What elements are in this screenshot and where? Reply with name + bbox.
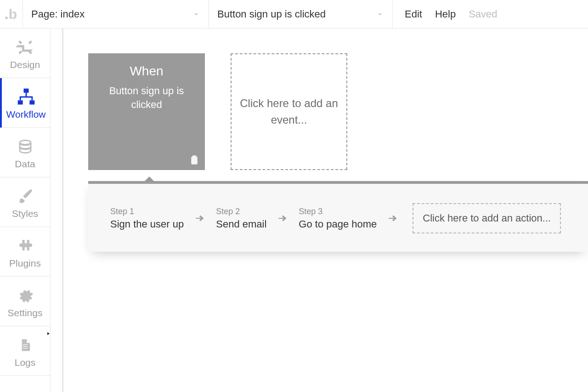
sidebar-item-label: Plugins: [9, 258, 41, 269]
save-status: Saved: [469, 8, 497, 20]
event-selector-dropdown[interactable]: Button sign up is clicked: [209, 0, 393, 28]
workflow-canvas: When Button sign up is clicked Click her…: [51, 28, 588, 392]
main-layout: Design Workflow Data Styles: [0, 28, 588, 392]
step-label: Step 3: [299, 207, 377, 216]
page-selector-label: Page: index: [31, 8, 85, 20]
sidebar-item-styles[interactable]: Styles: [0, 177, 50, 227]
event-heading: When: [130, 64, 163, 79]
sidebar-item-label: Logs: [15, 357, 36, 368]
sidebar-item-settings[interactable]: Settings: [0, 277, 50, 326]
event-card-selected[interactable]: When Button sign up is clicked: [88, 53, 205, 170]
events-row: When Button sign up is clicked Click her…: [63, 28, 588, 170]
arrow-right-icon: [194, 212, 206, 224]
design-icon: [16, 36, 34, 58]
workflow-step[interactable]: Step 2 Send email: [216, 207, 266, 230]
svg-rect-0: [23, 88, 28, 92]
document-icon: [18, 334, 33, 356]
edit-link[interactable]: Edit: [405, 8, 422, 20]
step-action: Go to page home: [299, 218, 377, 230]
step-action: Send email: [216, 218, 266, 230]
sidebar-item-label: Workflow: [6, 109, 46, 120]
sidebar-item-plugins[interactable]: Plugins: [0, 227, 50, 277]
add-action-placeholder[interactable]: Click here to add an action...: [413, 203, 561, 233]
chevron-down-icon: [192, 10, 200, 18]
add-event-label: Click here to add an event...: [232, 95, 346, 128]
arrow-right-icon: [277, 212, 288, 224]
add-action-label: Click here to add an action...: [423, 212, 551, 224]
sidebar: Design Workflow Data Styles: [0, 28, 51, 392]
sidebar-item-label: Settings: [8, 307, 43, 318]
sidebar-item-label: Design: [10, 59, 40, 70]
paintbrush-icon: [17, 185, 34, 207]
svg-rect-2: [29, 100, 34, 104]
plugin-icon: [17, 235, 34, 257]
event-description: Button sign up is clicked: [89, 84, 204, 111]
svg-rect-1: [17, 100, 23, 104]
workflow-step[interactable]: Step 3 Go to page home: [299, 207, 377, 230]
step-action: Sign the user up: [110, 218, 184, 230]
gear-icon: [17, 284, 34, 307]
event-pointer-icon: [143, 176, 156, 183]
event-selector-label: Button sign up is clicked: [217, 8, 326, 20]
app-logo-icon: b: [6, 6, 17, 22]
sidebar-item-workflow[interactable]: Workflow: [0, 78, 50, 128]
sidebar-item-logs[interactable]: Logs: [0, 326, 50, 376]
sidebar-item-label: Data: [15, 159, 35, 170]
sidebar-item-label: Styles: [12, 208, 38, 219]
top-links: Edit Help Saved: [393, 0, 498, 28]
page-selector-dropdown[interactable]: Page: index: [23, 0, 209, 28]
arrow-right-icon: [387, 212, 399, 224]
sidebar-item-design[interactable]: Design: [0, 28, 50, 78]
workflow-step[interactable]: Step 1 Sign the user up: [110, 207, 184, 230]
step-label: Step 2: [216, 207, 266, 216]
steps-panel: Step 1 Sign the user up Step 2 Send emai…: [88, 181, 588, 252]
add-event-placeholder[interactable]: Click here to add an event...: [231, 53, 347, 170]
chevron-down-icon: [376, 10, 384, 18]
delete-event-button[interactable]: [189, 153, 200, 166]
help-link[interactable]: Help: [435, 8, 456, 20]
step-label: Step 1: [110, 207, 184, 216]
workflow-icon: [16, 86, 36, 108]
logo-cell: b: [0, 0, 23, 28]
database-icon: [17, 136, 34, 158]
top-bar: b Page: index Button sign up is clicked …: [0, 0, 588, 28]
sidebar-item-data[interactable]: Data: [0, 128, 50, 177]
